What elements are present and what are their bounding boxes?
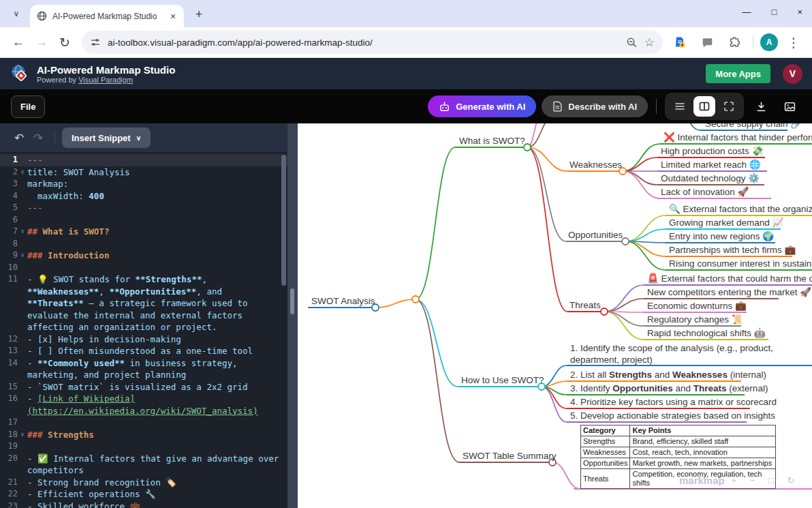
line-content[interactable]: title: SWOT Analysis — [27, 166, 287, 179]
mindmap-node-weak-3[interactable]: Outdated technology ⚙️ — [661, 173, 760, 185]
mindmap-node-opp-1[interactable]: Growing market demand 📈 — [669, 218, 783, 229]
editor-line-12[interactable]: 12- [x] Helps in decision-making — [0, 333, 287, 346]
fold-chevron-icon[interactable]: ∨ — [18, 226, 27, 238]
editor-line-19[interactable]: 19 — [0, 440, 287, 453]
mindmap-node-how-5[interactable]: 5. Develop actionable strategies based o… — [570, 410, 775, 422]
mindmap-node-threats[interactable]: Threats — [569, 300, 601, 312]
doc-download-extension-icon[interactable] — [668, 31, 691, 54]
line-content[interactable]: - Strong brand recognition 🏷️ — [27, 477, 287, 489]
editor-line-3[interactable]: 3markmap: — [0, 178, 287, 190]
mindmap-node-circle-threats[interactable] — [601, 308, 608, 315]
export-image-button[interactable] — [778, 95, 801, 118]
mindmap-node-how-to-use-swot[interactable]: How to Use SWOT? — [461, 375, 544, 387]
editor-line-17[interactable]: 17 — [0, 417, 287, 429]
redo-button[interactable]: ↷ — [29, 128, 48, 147]
line-content[interactable]: ## What is SWOT? — [27, 226, 287, 238]
mindmap-node-opportunities[interactable]: Opportunities — [568, 230, 623, 241]
mindmap-node-weak-2[interactable]: Limited market reach 🌐 — [661, 160, 761, 171]
mindmap-node-opp-4[interactable]: Rising consumer interest in sustainabili — [669, 258, 812, 270]
line-content[interactable]: markmap: — [27, 178, 287, 190]
tab-search-button[interactable]: ∨ — [7, 4, 26, 23]
user-avatar[interactable]: V — [783, 64, 802, 84]
line-content[interactable] — [27, 262, 287, 274]
line-content[interactable]: - 💡 SWOT stands for **Strengths**, **Wea… — [27, 273, 287, 333]
mindmap-node-threat-2[interactable]: Economic downturns 💼 — [647, 301, 747, 312]
line-content[interactable] — [27, 440, 287, 453]
editor-line-6[interactable]: 6 — [0, 214, 287, 226]
mindmap-node-how-2[interactable]: 2. List all Strengths and Weaknesses (in… — [570, 370, 766, 381]
editor-line-15[interactable]: 15- `SWOT matrix` is visualized as a 2x2… — [0, 381, 287, 393]
line-content[interactable] — [27, 238, 287, 250]
line-content[interactable]: - Skilled workforce 💼 — [27, 500, 287, 508]
mindmap-node-opp-desc[interactable]: 🔍 External factors that the organizatio — [669, 204, 812, 215]
editor-line-10[interactable]: 10 — [0, 262, 287, 274]
editor-line-1[interactable]: 1--- — [0, 154, 287, 166]
editor-line-22[interactable]: 22- Efficient operations 🔧 — [0, 488, 287, 500]
line-content[interactable]: - Efficient operations 🔧 — [27, 488, 287, 500]
url-text[interactable]: ai-toolbox.visual-paradigm.com/app/ai-po… — [108, 38, 619, 48]
zoom-icon[interactable] — [626, 37, 638, 48]
tab-close-icon[interactable]: × — [168, 11, 178, 22]
editor-line-21[interactable]: 21- Strong brand recognition 🏷️ — [0, 477, 287, 489]
mindmap-node-weak-desc[interactable]: ❌ Internal factors that hinder performa — [663, 132, 812, 144]
describe-with-ai-button[interactable]: Describe with AI — [542, 95, 648, 117]
line-content[interactable]: - **Commonly used** in business strategy… — [27, 357, 287, 381]
more-apps-button[interactable]: More Apps — [706, 64, 770, 83]
mindmap-node-weak-1[interactable]: High production costs 💸 — [661, 146, 763, 158]
line-content[interactable]: --- — [27, 202, 287, 214]
forward-button[interactable]: → — [30, 31, 53, 54]
editor-line-16[interactable]: 16- [Link of Wikipedia](https://en.wikip… — [0, 393, 287, 417]
fold-chevron-icon[interactable]: ∨ — [18, 250, 27, 262]
editor-scrollbar[interactable] — [281, 155, 286, 286]
editor-line-7[interactable]: 7∨## What is SWOT? — [0, 226, 287, 238]
resize-handle[interactable] — [290, 288, 294, 314]
reload-button[interactable]: ↻ — [53, 31, 76, 54]
line-content[interactable]: - [x] Helps in decision-making — [27, 333, 287, 346]
window-minimize-button[interactable]: — — [743, 7, 751, 17]
mindmap-node-weaknesses[interactable]: Weaknesses — [569, 160, 622, 171]
download-button[interactable] — [749, 95, 772, 118]
split-view-button[interactable] — [693, 96, 715, 117]
mindmap-node-swot-table-summary[interactable]: SWOT Table Summary — [463, 451, 557, 462]
editor-line-11[interactable]: 11- 💡 SWOT stands for **Strengths**, **W… — [0, 273, 287, 333]
mindmap-node-what-is-swot[interactable]: What is SWOT? — [459, 136, 525, 147]
editor-line-20[interactable]: 20- ✅ Internal factors that give an adva… — [0, 453, 287, 477]
bookmark-star-icon[interactable]: ☆ — [644, 35, 655, 50]
editor-line-13[interactable]: 13- [ ] Often misunderstood as a one-tim… — [0, 345, 287, 357]
mindmap-node-threat-1[interactable]: New competitors entering the market 🚀 — [647, 287, 811, 299]
editor-line-2[interactable]: 2∨title: SWOT Analysis — [0, 166, 287, 179]
browser-tab[interactable]: AI-Powered Markmap Studio × — [30, 5, 184, 27]
site-settings-icon[interactable] — [90, 37, 101, 48]
editor-line-4[interactable]: 4 maxWidth: 400 — [0, 190, 287, 203]
line-content[interactable]: ### Introduction — [27, 250, 287, 262]
address-bar[interactable]: ai-toolbox.visual-paradigm.com/app/ai-po… — [82, 31, 663, 54]
back-button[interactable]: ← — [7, 31, 30, 54]
visual-paradigm-link[interactable]: Visual Paradigm — [78, 76, 133, 84]
line-content[interactable]: - ✅ Internal factors that give an advant… — [27, 453, 287, 477]
file-menu-button[interactable]: File — [11, 95, 45, 118]
editor-line-14[interactable]: 14- **Commonly used** in business strate… — [0, 357, 287, 381]
mindmap-node-circle-opportunities[interactable] — [622, 238, 629, 245]
line-content[interactable] — [27, 417, 287, 429]
line-content[interactable]: ### Strengths — [27, 429, 287, 441]
editor-line-23[interactable]: 23- Skilled workforce 💼 — [0, 500, 287, 508]
markdown-editor[interactable]: 1---2∨title: SWOT Analysis3markmap:4 max… — [0, 152, 287, 508]
mindmap-node-circle-junction[interactable] — [412, 296, 419, 303]
mindmap-node-opp-3[interactable]: Partnerships with tech firms 💼 — [669, 245, 796, 256]
editor-line-9[interactable]: 9∨### Introduction — [0, 250, 287, 262]
mindmap-node-threat-4[interactable]: Rapid technological shifts 🤖 — [647, 328, 766, 340]
line-content[interactable]: maxWidth: 400 — [27, 190, 287, 203]
panel-resize-divider[interactable] — [287, 123, 298, 508]
editor-line-5[interactable]: 5--- — [0, 202, 287, 214]
generate-with-ai-button[interactable]: Generate with AI — [428, 95, 536, 117]
mindmap-node-weak-4[interactable]: Lack of innovation 🚀 — [661, 187, 749, 198]
mindmap-node-secure-supply-chain[interactable]: Secure supply chain 🔗 — [705, 123, 802, 130]
editor-line-18[interactable]: 18∨### Strengths — [0, 429, 287, 441]
mindmap-node-threat-3[interactable]: Regulatory changes 📜 — [647, 314, 743, 326]
mindmap-node-how-4[interactable]: 4. Prioritize key factors using a matrix… — [570, 397, 777, 408]
fold-chevron-icon[interactable]: ∨ — [18, 166, 27, 179]
line-content[interactable]: - [ ] Often misunderstood as a one-time … — [27, 345, 287, 357]
line-content[interactable]: - [Link of Wikipedia](https://en.wikiped… — [27, 393, 287, 417]
mindmap-node-how-1[interactable]: 1. Identify the scope of the analysis (e… — [570, 343, 795, 365]
markmap-canvas[interactable]: markmap + − □ ↻ SWOT AnalysisWhat is SWO… — [298, 123, 812, 508]
